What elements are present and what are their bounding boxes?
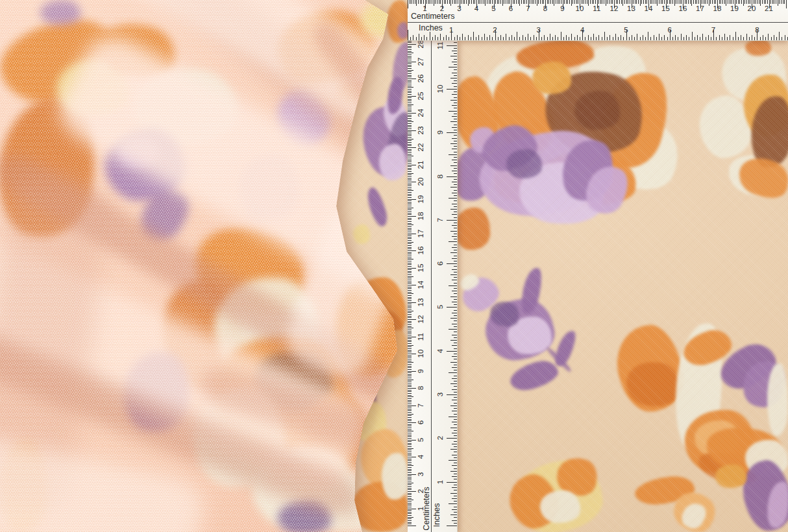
inch-tick bbox=[659, 34, 659, 41]
drape-folds bbox=[0, 0, 421, 532]
cm-tick bbox=[408, 415, 412, 416]
fold-highlight bbox=[0, 229, 377, 498]
inch-tick bbox=[530, 37, 531, 41]
cm-tick bbox=[408, 213, 412, 213]
cm-tick bbox=[469, 0, 470, 4]
fold-shadow bbox=[0, 145, 402, 407]
cm-tick bbox=[408, 75, 412, 76]
inch-tick bbox=[776, 37, 777, 41]
cm-tick bbox=[408, 517, 413, 518]
inch-tick bbox=[454, 419, 458, 420]
cm-tick bbox=[473, 0, 474, 4]
cm-tick bbox=[722, 0, 723, 4]
inch-tick bbox=[454, 206, 458, 207]
inch-tick bbox=[661, 37, 662, 41]
inch-tick bbox=[774, 35, 774, 40]
cm-tick bbox=[471, 0, 472, 4]
cm-tick bbox=[408, 452, 412, 452]
inch-tick bbox=[609, 35, 610, 40]
inch-tick bbox=[454, 42, 458, 43]
inch-tick bbox=[454, 190, 458, 191]
cm-tick bbox=[408, 328, 413, 328]
horizontal-ruler-divider bbox=[408, 22, 788, 23]
inch-tick bbox=[604, 32, 605, 40]
cm-number: 20 bbox=[747, 5, 756, 12]
cm-tick bbox=[712, 0, 713, 4]
inch-tick bbox=[454, 397, 458, 398]
cm-tick bbox=[688, 0, 689, 4]
inch-tick bbox=[675, 35, 676, 40]
cm-tick bbox=[408, 211, 412, 212]
inch-tick bbox=[454, 48, 458, 49]
inch-tick bbox=[454, 490, 458, 490]
cm-tick bbox=[508, 0, 508, 4]
inch-tick bbox=[634, 37, 635, 41]
cm-number: 7 bbox=[526, 5, 530, 12]
inch-tick bbox=[450, 493, 458, 494]
inch-tick bbox=[552, 37, 553, 41]
inch-tick bbox=[454, 293, 458, 294]
inch-tick bbox=[482, 37, 482, 41]
cm-tick bbox=[408, 269, 412, 270]
cm-tick bbox=[435, 0, 436, 4]
cm-tick bbox=[408, 433, 412, 433]
cm-tick bbox=[509, 0, 510, 4]
inch-tick bbox=[454, 200, 458, 201]
cm-tick bbox=[410, 0, 410, 4]
inch-tick bbox=[454, 381, 458, 381]
cm-tick bbox=[764, 0, 765, 4]
cm-tick bbox=[408, 168, 412, 169]
cm-tick bbox=[714, 0, 715, 4]
cm-tick bbox=[408, 223, 412, 224]
cm-tick bbox=[681, 0, 682, 4]
inch-tick bbox=[454, 135, 458, 136]
cm-tick bbox=[408, 479, 412, 479]
cm-tick bbox=[408, 135, 412, 136]
cm-tick bbox=[705, 0, 706, 4]
cm-tick bbox=[408, 436, 412, 437]
cm-tick bbox=[408, 354, 416, 354]
cm-number: 3 bbox=[457, 5, 462, 12]
cm-tick bbox=[408, 108, 412, 108]
cm-tick bbox=[408, 228, 412, 229]
inch-tick bbox=[517, 32, 517, 40]
cm-tick bbox=[533, 0, 534, 4]
cm-tick bbox=[408, 367, 412, 368]
cm-tick bbox=[461, 0, 462, 4]
cm-tick bbox=[750, 0, 750, 4]
cm-tick bbox=[547, 0, 548, 4]
cm-tick bbox=[774, 0, 774, 4]
inch-tick bbox=[678, 37, 678, 41]
cm-tick bbox=[587, 0, 587, 4]
cm-tick bbox=[497, 0, 498, 4]
cm-tick bbox=[408, 234, 416, 234]
cm-tick bbox=[408, 240, 412, 241]
inch-tick bbox=[454, 337, 458, 338]
cm-tick bbox=[408, 54, 412, 55]
cm-tick bbox=[408, 395, 412, 396]
cm-tick bbox=[720, 0, 721, 4]
cm-tick bbox=[408, 144, 412, 145]
cm-tick bbox=[408, 204, 412, 204]
inch-tick bbox=[478, 35, 479, 40]
cm-tick bbox=[408, 520, 412, 521]
inch-tick bbox=[454, 272, 458, 272]
cm-tick bbox=[408, 99, 412, 100]
inch-tick bbox=[410, 37, 411, 41]
inch-tick bbox=[449, 285, 457, 286]
cm-tick bbox=[686, 0, 687, 4]
inch-tick bbox=[454, 348, 458, 349]
inch-tick bbox=[454, 517, 458, 518]
inch-tick bbox=[452, 160, 457, 160]
cm-tick bbox=[408, 438, 412, 439]
cm-tick bbox=[558, 0, 558, 4]
cm-number: 23 bbox=[417, 126, 425, 134]
inch-tick bbox=[454, 37, 455, 41]
cm-tick bbox=[715, 0, 716, 4]
inch-tick bbox=[452, 204, 457, 204]
cm-tick bbox=[535, 0, 536, 4]
inch-tick bbox=[454, 496, 458, 496]
cm-tick bbox=[408, 460, 412, 461]
inch-tick bbox=[447, 438, 457, 439]
cm-tick bbox=[408, 130, 416, 131]
